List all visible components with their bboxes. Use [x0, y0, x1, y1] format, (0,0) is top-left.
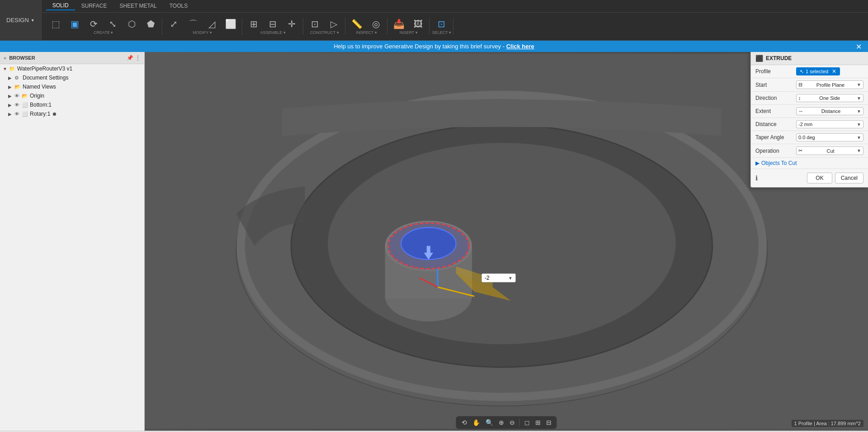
toolbar: DESIGN ▼ SOLID SURFACE SHEET METAL TOOLS…	[0, 0, 868, 41]
record-icon: ⏺	[52, 111, 57, 117]
notification-close-button[interactable]: ✕	[856, 42, 862, 51]
decal-btn[interactable]: 🖼	[409, 18, 427, 30]
expand-icon: ▶	[8, 112, 14, 117]
tab-solid[interactable]: SOLID	[46, 1, 75, 10]
objects-to-cut-row[interactable]: ▶ Objects To Cut	[751, 158, 868, 169]
grid-btn[interactable]: ⊞	[533, 418, 542, 427]
browser-pin-btn[interactable]: 📌	[127, 55, 133, 61]
eye-icon: 👁	[14, 93, 22, 99]
browser-item-doc-settings[interactable]: ▶ ⚙ Document Settings	[0, 73, 144, 82]
insert-mcad-btn[interactable]: 📥	[390, 18, 408, 30]
operation-text: Cut	[826, 148, 834, 154]
distance-label: Distance	[755, 121, 796, 127]
revolve-btn[interactable]: ⟳	[85, 18, 103, 30]
taper-dropdown-icon: ▼	[857, 135, 861, 140]
create-group: ⬚ ▣ ⟳ ⤡ ⬡ ⬟ CREATE ▾	[45, 18, 162, 35]
browser-options-btn[interactable]: ⋮	[135, 55, 141, 61]
distance-float-input[interactable]: ▼	[481, 273, 516, 282]
viewport[interactable]: ▼ TOP ⬛ EXTRUDE	[145, 52, 868, 431]
offset-plane-btn[interactable]: ⊡	[306, 18, 324, 30]
settings-btn[interactable]: ⊟	[544, 418, 553, 427]
extent-label: Extent	[755, 108, 796, 114]
distance-select[interactable]: -2 mm ▼	[796, 120, 863, 128]
cancel-button[interactable]: Cancel	[835, 173, 863, 183]
distance-value-input[interactable]	[485, 275, 507, 281]
operation-select[interactable]: ✂ Cut ▼	[796, 146, 863, 155]
tab-tools[interactable]: TOOLS	[163, 2, 194, 10]
display-mode-btn[interactable]: ◻	[523, 418, 532, 427]
sweep-btn[interactable]: ⤡	[104, 18, 122, 30]
taper-text: 0.0 deg	[798, 135, 815, 140]
notification-link[interactable]: Click here	[506, 43, 534, 50]
profile-clear-btn[interactable]: ✕	[832, 68, 836, 75]
look-at-btn[interactable]: ✋	[471, 418, 482, 427]
toolbar-divider	[519, 418, 520, 427]
measure-btn[interactable]: 📏	[348, 18, 366, 30]
taper-select[interactable]: 0.0 deg ▼	[796, 133, 863, 141]
operation-label: Operation	[755, 148, 796, 154]
shell-btn[interactable]: ⬜	[222, 18, 240, 30]
press-pull-btn[interactable]: ⤢	[165, 18, 183, 30]
construct-icons: ⊡ ▷	[306, 18, 343, 30]
distance-dropdown-icon[interactable]: ▼	[508, 276, 513, 281]
profile-selected-text: 1 selected	[806, 69, 828, 74]
extent-select[interactable]: ↔ Distance ▼	[796, 107, 863, 115]
insert-icons: 📥 🖼	[390, 18, 427, 30]
modify-group: ⤢ ⌒ ◿ ⬜ MODIFY ▾	[163, 18, 242, 35]
profile-selected-badge[interactable]: ↖ 1 selected ✕	[796, 67, 840, 75]
interference-btn[interactable]: ◎	[367, 18, 385, 30]
main-area: « BROWSER 📌 ⋮ ▼ 📁 WaterPipeRouterV3 v1 ▶…	[0, 52, 868, 431]
browser-item-rotary1[interactable]: ▶ 👁 ⬜ Rotary:1 ⏺	[0, 109, 144, 118]
distance-dropdown-icon: ▼	[857, 122, 861, 127]
taper-row: Taper Angle 0.0 deg ▼	[751, 131, 868, 144]
construct-label: CONSTRUCT ▾	[306, 30, 343, 35]
tab-surface[interactable]: SURFACE	[75, 2, 113, 10]
direction-row: Direction ↕ One Side ▼	[751, 92, 868, 105]
notification-bar: Help us to improve Generative Design by …	[0, 41, 868, 52]
expand-icon: ▼	[3, 66, 9, 71]
start-select-text: Profile Plane	[816, 82, 844, 88]
distance-text: -2 mm	[798, 122, 812, 127]
extrude-header: ⬛ EXTRUDE	[751, 52, 868, 65]
browser-item-bottom1[interactable]: ▶ 👁 ⬜ Bottom:1	[0, 100, 144, 109]
new-component-btn[interactable]: ⊞	[245, 18, 263, 30]
fillet-btn[interactable]: ⌒	[184, 18, 202, 30]
info-icon[interactable]: ℹ	[755, 174, 758, 182]
chamfer-btn[interactable]: ◿	[203, 18, 221, 30]
browser-item-named-views[interactable]: ▶ 📂 Named Views	[0, 82, 144, 91]
assemble-group: ⊞ ⊟ ✛ ASSEMBLE ▾	[243, 18, 303, 35]
modify-icons: ⤢ ⌒ ◿ ⬜	[165, 18, 240, 30]
direction-select[interactable]: ↕ One Side ▼	[796, 94, 863, 102]
item-name: Document Settings	[23, 75, 68, 81]
folder-icon: 📂	[14, 84, 22, 90]
loft-btn[interactable]: ⬡	[123, 18, 141, 30]
zoom-out-btn[interactable]: ⊖	[508, 418, 517, 427]
direction-value: ↕ One Side ▼	[796, 94, 863, 102]
ok-button[interactable]: OK	[807, 173, 832, 183]
start-select[interactable]: ⊟ Profile Plane ▼	[796, 80, 863, 89]
create-new-body-btn[interactable]: ⬚	[47, 18, 65, 30]
midplane-btn[interactable]: ▷	[325, 18, 343, 30]
extrude-panel: ⬛ EXTRUDE Profile ↖ 1 selected ✕ Start	[750, 52, 868, 188]
notification-text: Help us to improve Generative Design by …	[334, 43, 506, 50]
select-btn[interactable]: ⊡	[433, 18, 451, 30]
browser-item-root[interactable]: ▼ 📁 WaterPipeRouterV3 v1	[0, 64, 144, 73]
design-dropdown-icon: ▼	[31, 18, 35, 23]
extrude-btn[interactable]: ▣	[66, 18, 84, 30]
tools-row: ⬚ ▣ ⟳ ⤡ ⬡ ⬟ CREATE ▾ ⤢ ⌒ ◿ ⬜ MODIFY ▾	[42, 13, 868, 40]
freeform-btn[interactable]: ⬟	[142, 18, 160, 30]
zoom-in-btn[interactable]: ⊕	[497, 418, 506, 427]
tab-sheet-metal[interactable]: SHEET METAL	[113, 2, 163, 10]
inspect-label: INSPECT ▾	[348, 30, 385, 35]
joint-btn[interactable]: ⊟	[264, 18, 282, 30]
body-icon: ⬜	[22, 111, 29, 117]
extrude-icon: ⬛	[755, 55, 763, 62]
design-button[interactable]: DESIGN ▼	[0, 0, 42, 40]
direction-label: Direction	[755, 95, 796, 101]
browser-collapse-btn[interactable]: «	[4, 55, 6, 61]
assemble-label: ASSEMBLE ▾	[245, 30, 301, 35]
move-btn[interactable]: ✛	[283, 18, 301, 30]
orbit-btn[interactable]: ⟲	[460, 418, 469, 427]
zoom-fit-btn[interactable]: 🔍	[484, 418, 495, 427]
browser-item-origin[interactable]: ▶ 👁 📂 Origin	[0, 91, 144, 100]
